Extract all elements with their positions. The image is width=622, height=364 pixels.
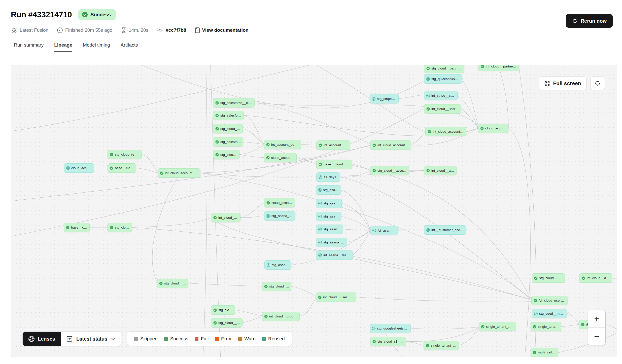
graph-node[interactable]: single_tenant_… <box>531 322 561 331</box>
graph-node[interactable]: stg_cloud__email… <box>157 279 188 288</box>
lens-selector[interactable]: Latest status <box>61 332 121 346</box>
graph-node[interactable]: stg_salesforce_… <box>213 111 244 120</box>
node-success-icon <box>213 308 217 312</box>
graph-node[interactable]: stg_quickbooks__a… <box>424 74 462 84</box>
graph-node[interactable]: int_cloud__us… <box>211 213 240 222</box>
tab-model-timing[interactable]: Model timing <box>83 42 110 52</box>
graph-node[interactable]: stg_asana__pr… <box>316 238 347 247</box>
graph-node[interactable]: int_cloud__devel… <box>579 273 612 283</box>
run-detail-page: Run #433214710 Success Rerun now Latest … <box>0 0 622 364</box>
node-success-icon <box>160 171 163 175</box>
graph-node[interactable]: int_cloud_account_ma… <box>370 140 411 150</box>
lenses-button[interactable]: Lenses <box>23 332 61 346</box>
node-success-icon <box>159 282 163 285</box>
graph-node[interactable]: stg_asana__tas… <box>264 211 295 221</box>
lineage-canvas[interactable]: stg_salesforce__cloud_…stg_salesforce_…s… <box>11 65 617 357</box>
zoom-controls: + − <box>588 310 606 345</box>
graph-node[interactable]: stg_stripe__c… <box>370 94 399 103</box>
graph-node[interactable]: int_stripe__custo… <box>424 91 458 100</box>
graph-node[interactable]: stg_cloud__us… <box>262 282 291 291</box>
graph-node[interactable]: stg_googlesheets__sin… <box>370 324 411 333</box>
graph-node[interactable]: stg_cloud__group… <box>211 318 243 327</box>
node-success-icon <box>372 143 376 147</box>
node-label: stg_cloud_region… <box>115 153 139 156</box>
commit-icon <box>157 28 163 33</box>
zoom-in-button[interactable]: + <box>588 310 605 328</box>
node-reused-icon <box>267 263 270 267</box>
tab-run-summary[interactable]: Run summary <box>14 42 44 52</box>
graph-node[interactable]: fct_asana_proj… <box>370 226 398 235</box>
graph-node[interactable]: stg_salesforce… <box>213 137 243 147</box>
graph-node[interactable]: stg_cloud_s3_singl… <box>370 337 406 346</box>
graph-node[interactable]: single_tenant_map… <box>424 341 459 350</box>
graph-node[interactable]: stg_cloud__devel… <box>532 273 565 283</box>
graph-node[interactable]: base__cloud_acco… <box>316 160 352 169</box>
graph-node[interactable]: stg_cloud__partner_c… <box>424 65 464 73</box>
clock-icon <box>57 27 63 33</box>
node-label: stg_cloud__us… <box>220 127 240 131</box>
run-meta: Latest Fusion Finished 20m 55s ago 14m, … <box>11 27 249 33</box>
lineage-edges <box>11 65 617 357</box>
graph-node[interactable]: fct_cloud_user_acc… <box>531 296 568 305</box>
graph-node[interactable]: stg_cloud_… <box>211 305 235 315</box>
graph-node[interactable]: stg_asana… <box>316 212 341 221</box>
legend-label: Warn <box>244 336 256 342</box>
graph-node[interactable]: stg_cloud_region… <box>108 150 142 159</box>
graph-node[interactable]: int_cloud_account__m… <box>158 168 200 178</box>
commit-link[interactable]: #cc7f7b8 <box>166 27 186 33</box>
tab-artifacts[interactable]: Artifacts <box>121 42 138 52</box>
legend-swatch-fail <box>195 337 198 341</box>
node-success-icon <box>110 153 113 156</box>
meta-duration-label: 14m, 20s <box>129 27 148 33</box>
graph-node[interactable]: multi_cell_m… <box>531 348 558 357</box>
graph-node[interactable]: stg_asana__… <box>264 260 291 270</box>
graph-node[interactable]: cloud_account… <box>264 198 295 207</box>
graph-node[interactable]: int_cloud__group_per… <box>262 312 300 321</box>
graph-node[interactable]: single_tenant_mapp… <box>479 322 516 331</box>
graph-node[interactable]: stg_cloud__… <box>213 150 239 159</box>
graph-node[interactable]: base__cloud_… <box>108 163 136 173</box>
graph-node[interactable]: int_cloud__user_ac… <box>424 104 461 114</box>
canvas-refresh-button[interactable] <box>590 77 605 90</box>
refresh-icon <box>594 80 601 87</box>
graph-node[interactable]: base__clou… <box>64 223 90 232</box>
graph-node[interactable]: cloud_account… <box>478 124 508 133</box>
graph-node[interactable]: stg_asana… <box>316 185 341 195</box>
node-success-icon <box>533 325 536 329</box>
hourglass-icon <box>121 27 126 33</box>
zoom-out-button[interactable]: − <box>588 328 605 345</box>
graph-node[interactable]: cloud_account… <box>64 163 94 173</box>
graph-node[interactable]: int_cloud__user_group… <box>316 293 356 302</box>
graph-node[interactable]: stg_cloud__us… <box>213 124 243 133</box>
node-label: stg_cloud__partner_c… <box>431 66 462 70</box>
graph-node[interactable]: int_cloud__accoun… <box>424 166 457 175</box>
node-label: int_account_domain… <box>271 143 299 147</box>
legend-label: Success <box>170 336 188 342</box>
node-success-icon <box>215 101 219 105</box>
node-label: stg_cloud__devel… <box>539 276 563 280</box>
graph-node[interactable]: stg_asana_… <box>316 199 342 208</box>
graph-node[interactable]: int_cloud__partner_con… <box>478 65 519 71</box>
node-success-icon <box>481 65 484 68</box>
node-success-icon <box>215 153 219 157</box>
rerun-now-label: Rerun now <box>581 18 607 24</box>
graph-node[interactable]: stg_salesforce__cloud_… <box>213 98 255 107</box>
view-documentation-link[interactable]: View documentation <box>202 27 249 33</box>
legend-swatch-success <box>164 337 168 341</box>
tab-lineage[interactable]: Lineage <box>54 42 72 52</box>
graph-node[interactable]: int_account_domain… <box>264 140 301 149</box>
graph-node[interactable]: all_days <box>316 172 340 182</box>
node-reused-icon <box>426 77 430 81</box>
graph-node[interactable]: int_asana__task_s… <box>316 250 353 260</box>
graph-node[interactable]: int_cloud_account_ma… <box>425 127 466 136</box>
graph-node[interactable]: int__customer_account… <box>424 225 466 235</box>
rerun-now-button[interactable]: Rerun now <box>566 14 613 28</box>
node-label: stg_asana__pr… <box>323 240 345 244</box>
graph-node[interactable]: int_account_dom… <box>316 140 350 150</box>
graph-node[interactable]: stg_seed__multireg… <box>532 309 567 318</box>
graph-node[interactable]: cloud_accounts_… <box>264 153 297 162</box>
graph-node[interactable]: stg_cloud__accounts… <box>370 166 409 175</box>
fullscreen-button[interactable]: Full screen <box>539 77 586 90</box>
graph-node[interactable]: stg_asana__… <box>316 225 343 234</box>
graph-node[interactable]: stg_cloud_… <box>108 223 132 232</box>
